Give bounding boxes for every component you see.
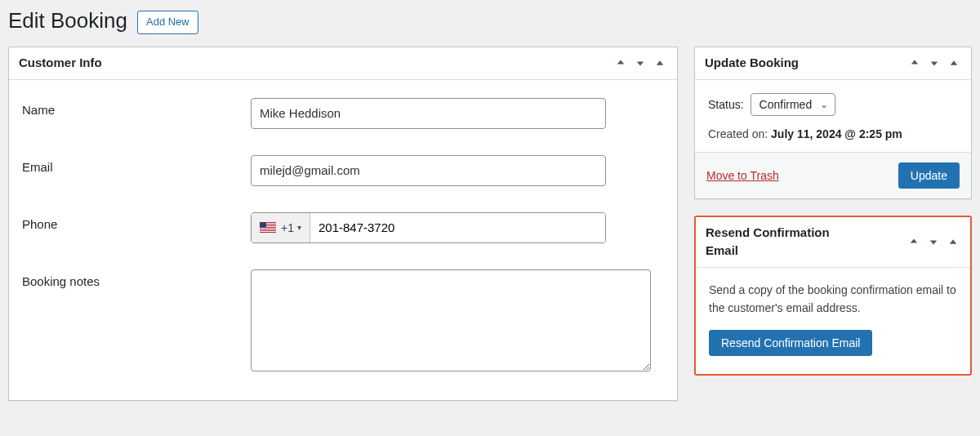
phone-country-selector[interactable]: +1 ▾ bbox=[252, 213, 310, 242]
move-to-trash-link[interactable]: Move to Trash bbox=[706, 169, 779, 182]
move-down-icon[interactable] bbox=[927, 56, 942, 70]
phone-dial-code: +1 bbox=[281, 221, 294, 234]
chevron-down-icon: ⌄ bbox=[820, 99, 828, 110]
svg-rect-6 bbox=[260, 231, 276, 232]
email-label: Email bbox=[22, 155, 251, 174]
phone-input-group: +1 ▾ bbox=[251, 212, 606, 243]
customer-info-panel: Customer Info bbox=[8, 47, 678, 401]
resend-confirmation-panel-highlight: Resend Confirmation Email Send a copy of… bbox=[694, 216, 972, 376]
add-new-button[interactable]: Add New bbox=[137, 11, 198, 33]
phone-input[interactable] bbox=[310, 213, 605, 242]
status-select[interactable]: Confirmed ⌄ bbox=[751, 93, 836, 116]
status-value: Confirmed bbox=[760, 98, 813, 111]
svg-rect-4 bbox=[260, 228, 276, 229]
move-down-icon[interactable] bbox=[633, 56, 648, 70]
move-up-icon[interactable] bbox=[906, 234, 921, 249]
toggle-panel-icon[interactable] bbox=[653, 56, 667, 70]
update-booking-panel: Update Booking Status: Confirmed ⌄ bbox=[694, 47, 972, 199]
resend-confirmation-title: Resend Confirmation Email bbox=[706, 224, 861, 260]
svg-rect-5 bbox=[260, 229, 276, 230]
phone-label: Phone bbox=[22, 212, 251, 231]
svg-rect-7 bbox=[260, 222, 266, 228]
email-input[interactable] bbox=[251, 155, 606, 186]
page-title: Edit Booking bbox=[8, 8, 127, 33]
resend-confirmation-button[interactable]: Resend Confirmation Email bbox=[709, 330, 872, 356]
toggle-panel-icon[interactable] bbox=[947, 56, 961, 70]
customer-info-title: Customer Info bbox=[19, 54, 102, 73]
status-label: Status: bbox=[708, 98, 744, 111]
name-label: Name bbox=[22, 98, 251, 117]
created-on-label: Created on: bbox=[708, 127, 768, 140]
chevron-down-icon: ▾ bbox=[297, 223, 301, 232]
resend-confirmation-panel: Resend Confirmation Email Send a copy of… bbox=[696, 217, 970, 375]
move-up-icon[interactable] bbox=[613, 56, 628, 70]
move-up-icon[interactable] bbox=[907, 56, 922, 70]
move-down-icon[interactable] bbox=[926, 234, 941, 249]
created-on-value: July 11, 2024 @ 2:25 pm bbox=[771, 127, 902, 140]
toggle-panel-icon[interactable] bbox=[946, 234, 960, 249]
booking-notes-label: Booking notes bbox=[22, 269, 251, 288]
resend-description: Send a copy of the booking confirmation … bbox=[709, 281, 957, 318]
booking-notes-textarea[interactable] bbox=[251, 269, 651, 371]
name-input[interactable] bbox=[251, 98, 606, 129]
update-button[interactable]: Update bbox=[898, 162, 960, 189]
update-booking-title: Update Booking bbox=[705, 54, 799, 73]
us-flag-icon bbox=[260, 222, 276, 233]
